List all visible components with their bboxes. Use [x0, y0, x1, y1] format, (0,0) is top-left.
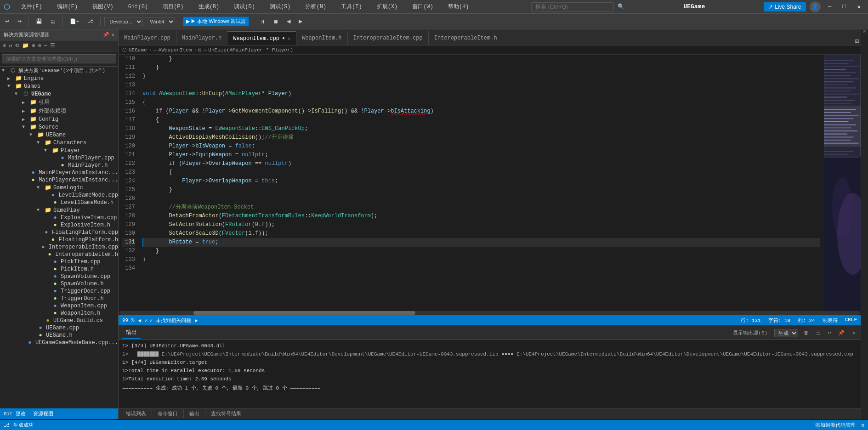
tree-pick-cpp[interactable]: ● PickItem.cpp [0, 258, 118, 266]
tree-interop-h[interactable]: ● InteroperableItem.h [0, 251, 118, 258]
tree-level1-cpp[interactable]: ● Level1GameMode.cpp [0, 192, 118, 199]
source-expand-icon[interactable]: ▼ [22, 124, 29, 130]
sidebar-pin-button[interactable]: 📌 [103, 32, 109, 38]
tree-trigger-cpp[interactable]: ● TriggerDoor.cpp [0, 288, 118, 295]
menu-item-test[interactable]: 测试(S) [266, 2, 295, 11]
source-uegame-expand-icon[interactable]: ▼ [29, 132, 37, 137]
tree-floating-cpp[interactable]: ● FloatingPlatform.cpp [0, 229, 118, 236]
menu-item-ext[interactable]: 扩展(X) [373, 2, 402, 11]
sidebar-git-tab[interactable]: Git 更改 [4, 410, 26, 417]
tab-expand-button[interactable]: ⊞ [855, 37, 859, 45]
tree-references[interactable]: ▶ 📁 引用 [0, 98, 118, 107]
bottom-tab-find-symbol[interactable]: 查找符号结果 [205, 409, 247, 418]
tree-gamelogic[interactable]: ▼ 📁 GameLogic [0, 184, 118, 192]
breadcrumb-class[interactable]: AWeaponItem [159, 47, 192, 53]
scrollbar-track[interactable] [119, 311, 860, 315]
tree-weapon-cpp[interactable]: ● WeaponItem.cpp [0, 302, 118, 310]
maximize-button[interactable]: □ [839, 2, 850, 11]
tree-gameplay[interactable]: ▼ 📁 GamePlay [0, 206, 118, 214]
menu-item-help[interactable]: 帮助(H) [444, 2, 473, 11]
step-back-button[interactable]: ◀ [284, 17, 294, 26]
tree-pick-h[interactable]: ● PickItem.h [0, 266, 118, 273]
tree-spawn-cpp[interactable]: ● SpawnVolume.cpp [0, 273, 118, 280]
characters-expand-icon[interactable]: ▼ [37, 140, 44, 145]
sidebar-toolbar-icon-1[interactable]: ⊙ [2, 41, 7, 50]
menu-item-tools[interactable]: 工具(T) [337, 2, 366, 11]
tab-mainplayer-cpp[interactable]: MainPlayer.cpp [119, 31, 176, 45]
close-button[interactable]: ✕ [853, 2, 864, 11]
gamelogic-expand-icon[interactable]: ▼ [37, 185, 44, 190]
output-wrap-button[interactable]: ↩ [826, 329, 833, 337]
tree-explosive-h[interactable]: ● ExplosiveItem.h [0, 221, 118, 229]
global-search-input[interactable] [531, 2, 614, 11]
tree-config[interactable]: ▶ 📁 Config [0, 115, 118, 123]
output-pin-button[interactable]: 📌 [836, 329, 846, 337]
stop-button[interactable]: ⏹ [270, 17, 282, 26]
engine-expand-icon[interactable]: ▶ [7, 76, 15, 81]
tab-interop-cpp[interactable]: InteroperableItem.cpp [348, 31, 429, 45]
player-folder-expand-icon[interactable]: ▼ [44, 148, 51, 153]
step-forward-button[interactable]: ▶ [295, 17, 306, 26]
output-close-button[interactable]: ✕ [850, 329, 857, 337]
platform-dropdown[interactable]: Win64 [145, 17, 175, 26]
tree-games[interactable]: ▼ 📁 Games [0, 82, 118, 90]
menu-item-edit[interactable]: 编辑(E) [53, 2, 82, 11]
horizontal-scrollbar[interactable] [119, 311, 861, 315]
tree-level1-h[interactable]: ● Level1GameMode.h [0, 199, 118, 206]
tab-close-button[interactable]: ✕ [288, 36, 290, 41]
menu-item-window[interactable]: 窗口(W) [408, 2, 437, 11]
tree-mainplayer-h[interactable]: ● MainPlayer.h [0, 162, 118, 169]
tree-interop-cpp[interactable]: ● InteroperableItem.cpp [0, 243, 118, 251]
add-file-button[interactable]: 📄+ [67, 17, 82, 26]
bottom-tab-errors[interactable]: 错误列表 [120, 409, 152, 418]
sidebar-toolbar-icon-3[interactable]: ⟲ [14, 41, 20, 50]
tree-mainanim-h[interactable]: ● MainPlayerAnimInstanc... [0, 176, 118, 184]
tree-source-uegame[interactable]: ▼ 📁 UEGame [0, 131, 118, 139]
tree-source[interactable]: ▼ 📁 Source [0, 123, 118, 131]
breadcrumb-root[interactable]: UEGame [129, 47, 147, 53]
games-expand-icon[interactable]: ▼ [7, 84, 15, 89]
gameplay-expand-icon[interactable]: ▼ [37, 208, 44, 213]
tree-uegame-gamemode[interactable]: ● UEGameGameModeBase.cpp... [0, 339, 118, 346]
menu-item-project[interactable]: 项目(P) [159, 2, 187, 11]
save-all-button[interactable]: 🗂 [47, 17, 59, 26]
minimize-button[interactable]: ─ [824, 2, 835, 11]
sidebar-close-button[interactable]: ✕ [111, 32, 114, 38]
run-button[interactable]: ▶ ▶ 本地 Windows 调试器 [183, 17, 249, 26]
sidebar-toolbar-icon-7[interactable]: ⋯ [43, 41, 48, 50]
tree-characters[interactable]: ▼ 📁 Characters [0, 139, 118, 147]
config-expand-icon[interactable]: ▶ [22, 117, 29, 122]
output-clear-button[interactable]: 🗑 [802, 329, 811, 337]
save-button[interactable]: 💾 [33, 17, 45, 26]
scrollbar-thumb[interactable] [193, 311, 415, 315]
output-source-select[interactable]: 生成 [774, 329, 798, 337]
redo-button[interactable]: ↪ [14, 17, 25, 26]
output-filter-button[interactable]: ☰ [814, 329, 823, 337]
sidebar-toolbar-icon-2[interactable]: ↺ [8, 41, 13, 50]
tab-interop-h[interactable]: InteroperableItem.h [429, 31, 503, 45]
tree-engine[interactable]: ▶ 📁 Engine [0, 74, 118, 82]
scrollbar-nav-right[interactable]: ▶ [195, 317, 198, 323]
sidebar-toolbar-icon-6[interactable]: ⊖ [37, 41, 42, 50]
git-button[interactable]: ⎇ [84, 17, 96, 26]
undo-button[interactable]: ↩ [2, 17, 12, 26]
minimap-viewport[interactable] [824, 55, 861, 157]
tree-uegame-h[interactable]: ● UEGame.h [0, 332, 118, 339]
sidebar-toolbar-icon-4[interactable]: 📁 [21, 41, 30, 50]
tree-build-cs[interactable]: ● UEGame.Build.cs [0, 317, 118, 324]
tab-weaponitem-cpp[interactable]: WeaponItem.cpp ● ✕ [227, 31, 296, 45]
sidebar-search-input[interactable] [2, 54, 116, 63]
code-content[interactable]: } } } void AWeaponItem::UnEuip(AMainPlay… [139, 55, 824, 311]
menu-item-view[interactable]: 视图(V) [89, 2, 117, 11]
ext-deps-expand-icon[interactable]: ▶ [22, 108, 29, 114]
menu-item-build[interactable]: 生成(B) [195, 2, 223, 11]
tree-spawn-h[interactable]: ● SpawnVolume.h [0, 280, 118, 288]
tree-external-deps[interactable]: ▶ 📁 外部依赖项 [0, 107, 118, 115]
sidebar-resource-tab[interactable]: 资源视图 [33, 410, 53, 417]
settings-gear-icon[interactable]: ⚙ [861, 422, 864, 428]
tab-mainplayer-h[interactable]: MainPlayer.h [176, 31, 227, 45]
solution-expand-icon[interactable]: ▼ [2, 68, 9, 73]
tree-uegame-cpp[interactable]: ● UEGame.cpp [0, 324, 118, 332]
build-config-dropdown[interactable]: Develop... [104, 17, 143, 26]
right-panel-btn-1[interactable]: ⊞ [862, 30, 867, 33]
